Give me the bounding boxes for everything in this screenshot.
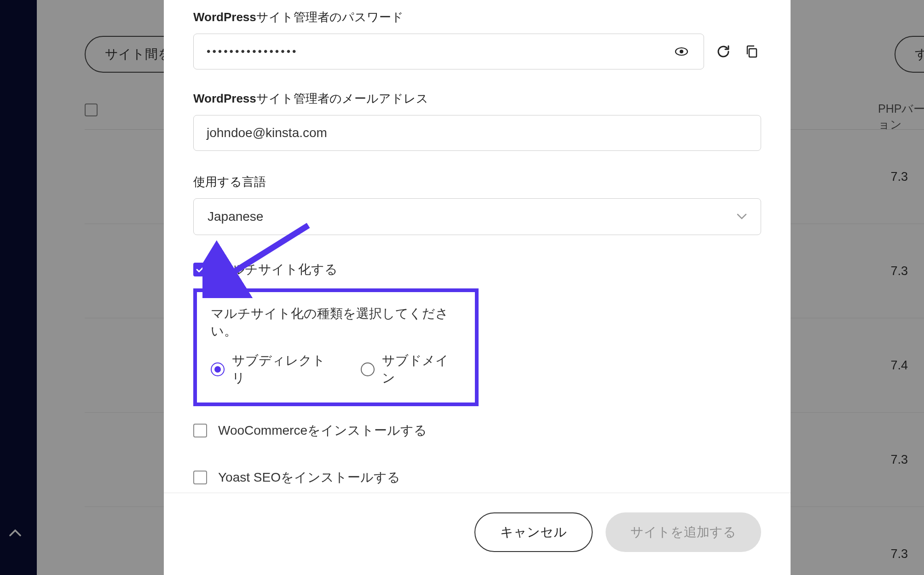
password-label: WordPressサイト管理者のパスワード <box>193 9 761 25</box>
language-label: 使用する言語 <box>193 174 761 190</box>
svg-rect-2 <box>749 49 757 57</box>
email-label-rest: サイト管理者のメールアドレス <box>256 92 428 105</box>
password-value: •••••••••••••••• <box>207 45 298 58</box>
modal-footer: キャンセル サイトを追加する <box>164 493 791 575</box>
password-label-prefix: WordPress <box>193 10 256 24</box>
radio-subdirectory[interactable]: サブディレクトリ <box>211 352 338 387</box>
multisite-checkbox-row[interactable]: マルチサイト化する <box>193 261 761 278</box>
woocommerce-checkbox-row[interactable]: WooCommerceをインストールする <box>193 422 761 439</box>
language-value: Japanese <box>208 209 263 224</box>
modal-body: WordPressサイト管理者のパスワード •••••••••••••••• W… <box>164 0 791 493</box>
cancel-label: キャンセル <box>500 523 567 541</box>
radio-subdomain-label: サブドメイン <box>382 352 461 387</box>
multisite-radio-group: サブディレクトリ サブドメイン <box>211 352 461 387</box>
email-value: johndoe@kinsta.com <box>207 126 327 140</box>
email-label: WordPressサイト管理者のメールアドレス <box>193 91 761 107</box>
add-site-label: サイトを追加する <box>630 523 736 541</box>
language-select[interactable]: Japanese <box>193 198 761 235</box>
woocommerce-label: WooCommerceをインストールする <box>218 422 427 439</box>
radio-subdirectory-input[interactable] <box>211 362 225 376</box>
radio-subdomain-input[interactable] <box>361 362 375 376</box>
yoast-label: Yoast SEOをインストールする <box>218 469 400 486</box>
radio-subdirectory-label: サブディレクトリ <box>232 352 338 387</box>
multisite-checkbox[interactable] <box>193 263 207 276</box>
multisite-label: マルチサイト化する <box>218 261 338 278</box>
add-site-modal: WordPressサイト管理者のパスワード •••••••••••••••• W… <box>164 0 791 575</box>
cancel-button[interactable]: キャンセル <box>474 512 593 552</box>
svg-point-1 <box>680 50 683 53</box>
chevron-down-icon <box>737 211 747 223</box>
password-row: •••••••••••••••• <box>193 34 761 69</box>
password-input[interactable]: •••••••••••••••• <box>193 34 704 69</box>
radio-subdomain[interactable]: サブドメイン <box>361 352 461 387</box>
multisite-type-label: マルチサイト化の種類を選択してください。 <box>211 305 461 340</box>
check-icon <box>196 265 204 274</box>
yoast-checkbox[interactable] <box>193 471 207 484</box>
show-password-icon[interactable] <box>672 42 691 61</box>
email-input[interactable]: johndoe@kinsta.com <box>193 115 761 151</box>
woocommerce-checkbox[interactable] <box>193 424 207 437</box>
regenerate-password-icon[interactable] <box>714 42 733 61</box>
multisite-type-highlight: マルチサイト化の種類を選択してください。 サブディレクトリ サブドメイン <box>193 288 479 406</box>
password-label-rest: サイト管理者のパスワード <box>256 10 404 24</box>
add-site-button[interactable]: サイトを追加する <box>606 512 761 552</box>
yoast-checkbox-row[interactable]: Yoast SEOをインストールする <box>193 469 761 486</box>
email-label-prefix: WordPress <box>193 92 256 105</box>
radio-dot-icon <box>214 366 221 373</box>
copy-password-icon[interactable] <box>743 42 761 61</box>
